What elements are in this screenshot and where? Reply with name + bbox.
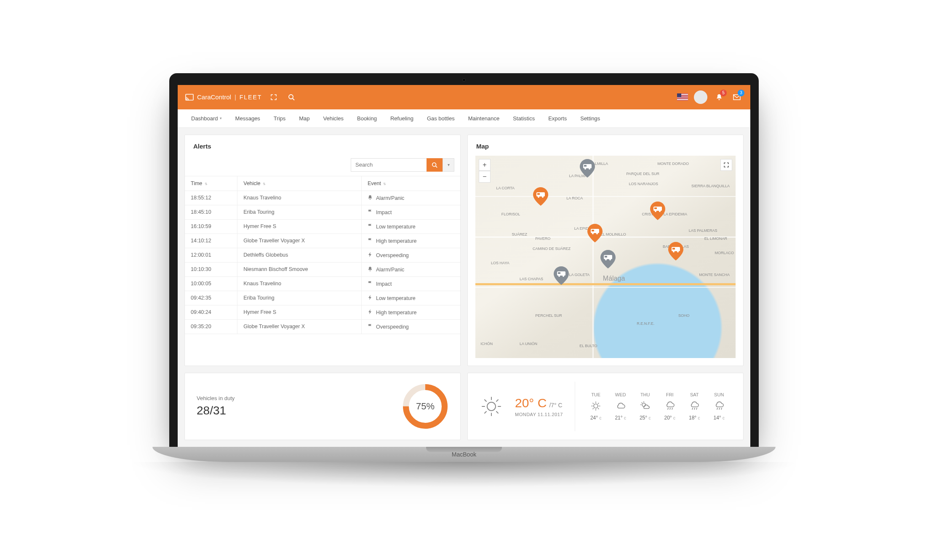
search-input[interactable] bbox=[351, 158, 427, 172]
map-label: PARQUE DEL SUR bbox=[626, 172, 659, 176]
table-row[interactable]: 18:45:10Eriba TouringImpact bbox=[185, 205, 460, 219]
svg-rect-8 bbox=[537, 193, 540, 195]
nav-vehicles[interactable]: Vehicles bbox=[317, 109, 349, 127]
bell-icon[interactable]: 5 bbox=[713, 91, 725, 103]
svg-rect-20 bbox=[672, 248, 675, 249]
table-row[interactable]: 09:42:35Eriba TouringLow temperature bbox=[185, 291, 460, 305]
bell-icon bbox=[368, 195, 374, 201]
col-time[interactable]: Time ⇅ bbox=[185, 176, 237, 191]
nav-exports[interactable]: Exports bbox=[542, 109, 573, 127]
weather-sunny-ish-icon bbox=[640, 401, 651, 411]
svg-point-10 bbox=[542, 196, 544, 198]
flag-us-icon[interactable] bbox=[677, 93, 688, 101]
svg-point-2 bbox=[432, 162, 436, 166]
table-row[interactable]: 14:10:12Globe Traveller Voyager XHigh te… bbox=[185, 234, 460, 248]
cell-vehicle: Niesmann Bischoff Smoove bbox=[237, 262, 362, 276]
forecast-day: TUE24° c bbox=[590, 392, 601, 421]
map-label: CAMINO DE SUÁREZ bbox=[533, 247, 571, 251]
map-marker[interactable] bbox=[650, 202, 665, 220]
search-button[interactable] bbox=[427, 158, 443, 172]
duty-label: Vehicles in duty bbox=[197, 395, 385, 401]
cell-event: Impact bbox=[361, 276, 460, 291]
mail-icon[interactable]: 3 bbox=[731, 91, 743, 103]
duty-ring: 75% bbox=[402, 383, 448, 430]
table-row[interactable]: 16:10:59Hymer Free SLow temperature bbox=[185, 219, 460, 234]
sort-icon: ⇅ bbox=[383, 182, 386, 186]
cell-event: Overspeeding bbox=[361, 319, 460, 334]
svg-point-1 bbox=[289, 95, 293, 99]
brand[interactable]: CaraControl | FLEET bbox=[185, 93, 262, 101]
table-row[interactable]: 18:55:12Knaus TravelinoAlarm/Panic bbox=[185, 191, 460, 205]
svg-point-13 bbox=[592, 233, 594, 234]
svg-point-30 bbox=[563, 275, 564, 277]
nav-trips[interactable]: Trips bbox=[268, 109, 291, 127]
nav-map[interactable]: Map bbox=[293, 109, 315, 127]
cell-vehicle: Dethleffs Globebus bbox=[237, 248, 362, 262]
table-row[interactable]: 10:10:30Niesmann Bischoff SmooveAlarm/Pa… bbox=[185, 262, 460, 276]
nav-settings[interactable]: Settings bbox=[574, 109, 606, 127]
map-label: PERCHEL SUR bbox=[535, 313, 562, 318]
fullscreen-button[interactable] bbox=[720, 159, 732, 171]
map-label: SOHO bbox=[678, 313, 690, 318]
svg-point-14 bbox=[596, 233, 598, 234]
table-row[interactable]: 09:35:20Globe Traveller Voyager XOverspe… bbox=[185, 319, 460, 334]
zoom-out-button[interactable]: − bbox=[479, 171, 491, 183]
table-row[interactable]: 10:00:05Knaus TravelinoImpact bbox=[185, 276, 460, 291]
map-marker[interactable] bbox=[554, 266, 569, 285]
forecast-day: SUN14° c bbox=[713, 392, 724, 421]
cell-event: Low temperature bbox=[361, 291, 460, 305]
map-label: EL BULTO bbox=[579, 344, 597, 348]
forecast-temp: 24° c bbox=[590, 415, 601, 421]
table-row[interactable]: 09:40:24Hymer Free SHigh temperature bbox=[185, 305, 460, 319]
map-marker[interactable] bbox=[587, 224, 603, 242]
nav-statistics[interactable]: Statistics bbox=[507, 109, 541, 127]
cell-vehicle: Hymer Free S bbox=[237, 305, 362, 319]
flag-icon bbox=[368, 281, 374, 287]
cell-event: Low temperature bbox=[361, 219, 460, 234]
map-label: LA GOLETA bbox=[569, 273, 589, 277]
nav-maintenance[interactable]: Maintenance bbox=[462, 109, 505, 127]
col-event[interactable]: Event ⇅ bbox=[361, 176, 460, 191]
weather-card: 20° C /7° C MONDAY 11.11.2017 TUE24° cWE… bbox=[467, 373, 744, 440]
map-label: LAS CHAPAS bbox=[520, 277, 543, 281]
expand-icon[interactable] bbox=[268, 91, 280, 103]
nav-messages[interactable]: Messages bbox=[229, 109, 266, 127]
cell-vehicle: Globe Traveller Voyager X bbox=[237, 319, 362, 334]
svg-rect-16 bbox=[654, 207, 657, 209]
alerts-table: Time ⇅Vehicle ⇅Event ⇅ 18:55:12Knaus Tra… bbox=[185, 176, 460, 334]
map-marker[interactable] bbox=[600, 250, 616, 268]
duty-card: Vehicles in duty 28/31 75% bbox=[184, 373, 461, 440]
nav-gas-bottles[interactable]: Gas bottles bbox=[421, 109, 461, 127]
nav-dashboard[interactable]: Dashboard▾ bbox=[185, 109, 228, 127]
duty-pct: 75% bbox=[402, 383, 448, 430]
nav-booking[interactable]: Booking bbox=[351, 109, 383, 127]
nav-refueling[interactable]: Refueling bbox=[384, 109, 419, 127]
map-label: R.E.N.F.E. bbox=[637, 321, 654, 326]
bolt-icon bbox=[368, 295, 374, 301]
cell-time: 18:45:10 bbox=[185, 205, 237, 219]
search-icon[interactable] bbox=[285, 91, 297, 103]
cell-vehicle: Knaus Travelino bbox=[237, 191, 362, 205]
map-marker[interactable] bbox=[668, 242, 683, 260]
map-label: SIERRA BLANQUILLA bbox=[691, 184, 730, 188]
forecast-day: SAT18° c bbox=[689, 392, 700, 421]
map-label: MONTE SANCHA bbox=[699, 273, 730, 277]
table-row[interactable]: 12:00:01Dethleffs GlobebusOverspeeding bbox=[185, 248, 460, 262]
zoom-in-button[interactable]: + bbox=[479, 159, 491, 171]
avatar[interactable] bbox=[694, 90, 707, 104]
bolt-icon bbox=[368, 252, 374, 258]
svg-rect-24 bbox=[605, 256, 607, 257]
search-dropdown-button[interactable]: ▾ bbox=[443, 158, 454, 172]
notif-badge: 5 bbox=[720, 90, 727, 96]
forecast-temp: 25° c bbox=[640, 415, 651, 421]
sort-icon: ⇅ bbox=[263, 182, 266, 186]
forecast: TUE24° cWED21° cTHU25° cFRI20° cSAT18° c… bbox=[575, 382, 731, 431]
cell-time: 09:40:24 bbox=[185, 305, 237, 319]
map-label: EL MOLINILLO bbox=[600, 232, 626, 236]
col-vehicle[interactable]: Vehicle ⇅ bbox=[237, 176, 362, 191]
cell-vehicle: Hymer Free S bbox=[237, 219, 362, 234]
map-marker[interactable] bbox=[580, 159, 595, 178]
cell-time: 18:55:12 bbox=[185, 191, 237, 205]
map-canvas[interactable]: + − LA PALMILLAMONTE DORADOLA PALMAPARQU… bbox=[475, 156, 736, 358]
map-marker[interactable] bbox=[533, 187, 548, 206]
